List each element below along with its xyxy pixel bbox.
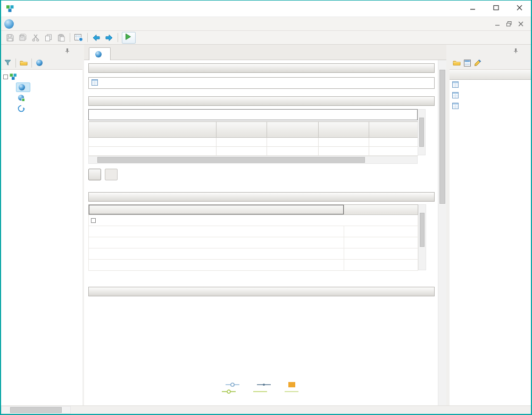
maximize-button[interactable]: [484, 1, 508, 16]
stat-value: [344, 237, 418, 248]
scroll-up-button[interactable]: [438, 60, 446, 69]
run-calculation-button[interactable]: [122, 32, 136, 44]
scroll-down-button[interactable]: [419, 262, 426, 270]
tree-root-transformations[interactable]: [1, 71, 82, 82]
column-header[interactable]: [369, 122, 418, 138]
table-row[interactable]: [89, 237, 418, 248]
menu-view[interactable]: [36, 18, 46, 30]
stat-name: [89, 226, 344, 237]
tab-model[interactable]: [89, 47, 111, 60]
save-all-button[interactable]: [16, 32, 29, 44]
panel-close-icon[interactable]: [520, 46, 528, 55]
cut-button[interactable]: [29, 32, 42, 44]
menu-object[interactable]: [46, 18, 55, 30]
menu-window[interactable]: [84, 18, 94, 30]
column-header[interactable]: [217, 122, 267, 138]
section-charts-header[interactable]: [88, 287, 435, 296]
scroll-track[interactable]: [419, 212, 426, 262]
title-bar[interactable]: [1, 1, 531, 17]
filter-button[interactable]: [3, 57, 13, 69]
table-row[interactable]: [89, 248, 418, 260]
scroll-right-button[interactable]: [409, 156, 417, 163]
paste-button[interactable]: [55, 32, 68, 44]
column-header[interactable]: [319, 122, 369, 138]
table-row[interactable]: [89, 215, 418, 226]
section-statistics-header[interactable]: [88, 192, 435, 202]
reset-coefficients-button[interactable]: [105, 169, 118, 180]
pin-icon[interactable]: [63, 46, 71, 55]
maximize-icon: [493, 5, 499, 12]
section-equation-header[interactable]: [88, 96, 435, 106]
scenario-edit-button[interactable]: [472, 57, 483, 69]
tree-item-metamodel[interactable]: [1, 93, 82, 103]
panel-close-icon[interactable]: [71, 46, 80, 55]
scenarios-column-header[interactable]: [450, 70, 531, 80]
scroll-thumb[interactable]: [419, 118, 424, 147]
mdi-minimize-button[interactable]: [492, 19, 503, 29]
section-statistics: [88, 192, 435, 271]
column-header[interactable]: [344, 205, 418, 215]
scenario-item-base[interactable]: [450, 80, 531, 90]
table-row[interactable]: [89, 138, 418, 147]
scroll-track[interactable]: [10, 406, 62, 413]
menu-help[interactable]: [94, 18, 103, 30]
table-row[interactable]: [89, 226, 418, 237]
scroll-down-button[interactable]: [438, 397, 446, 405]
light-green-line-swatch: [285, 389, 298, 394]
table-row[interactable]: [89, 260, 418, 271]
back-button[interactable]: [90, 32, 103, 44]
scroll-thumb[interactable]: [439, 70, 445, 204]
column-header[interactable]: [89, 122, 217, 138]
coefficients-vscrollbar[interactable]: [418, 109, 426, 155]
objects-hscrollbar[interactable]: [1, 406, 71, 414]
equation-editor-button[interactable]: [72, 32, 85, 44]
table-row[interactable]: [89, 147, 418, 156]
menu-container[interactable]: [17, 18, 27, 30]
scroll-up-button[interactable]: [419, 205, 426, 212]
scroll-thumb[interactable]: [420, 213, 425, 247]
scenario-folder-button[interactable]: [451, 57, 462, 69]
menu-model[interactable]: [55, 18, 65, 30]
column-header[interactable]: [89, 205, 344, 215]
copy-button[interactable]: [42, 32, 55, 44]
mdi-restore-button[interactable]: [503, 19, 515, 29]
column-header[interactable]: [267, 122, 319, 138]
close-button[interactable]: [508, 1, 531, 16]
forward-button[interactable]: [103, 32, 115, 44]
app-menu-icon[interactable]: [4, 19, 14, 29]
folder-button[interactable]: [18, 57, 29, 69]
section-results-header[interactable]: [88, 63, 435, 73]
statistics-vscrollbar[interactable]: [418, 204, 426, 270]
scroll-track[interactable]: [418, 117, 425, 147]
scroll-left-button[interactable]: [89, 156, 97, 163]
menu-service[interactable]: [74, 18, 84, 30]
scenario-item-conservative[interactable]: [450, 90, 531, 101]
coefficients-hscrollbar[interactable]: [88, 156, 418, 164]
minimize-button[interactable]: [461, 1, 484, 16]
scroll-track[interactable]: [97, 156, 409, 163]
content-vscrollbar[interactable]: [438, 60, 446, 405]
save-button[interactable]: [4, 32, 16, 44]
mdi-close-button[interactable]: [515, 19, 527, 29]
scroll-left-button[interactable]: [2, 406, 10, 413]
scroll-right-button[interactable]: [62, 406, 70, 413]
scenario-item-optimistic[interactable]: [450, 101, 531, 112]
model-type-button[interactable]: [34, 57, 45, 69]
save-coefficients-button[interactable]: [88, 169, 101, 180]
scroll-thumb[interactable]: [97, 157, 365, 163]
scenario-list-button[interactable]: [462, 57, 472, 69]
scenario-delete-button[interactable]: [483, 57, 486, 69]
scroll-down-button[interactable]: [418, 147, 425, 155]
menu-edit[interactable]: [27, 18, 36, 30]
group-collapse-icon[interactable]: [91, 218, 96, 223]
tree-collapse-icon[interactable]: [3, 74, 8, 79]
tree-item-modeling-task[interactable]: [1, 103, 82, 114]
scroll-track[interactable]: [438, 69, 446, 397]
tree-item-model[interactable]: [1, 82, 82, 93]
scenario-combobox[interactable]: [88, 77, 435, 89]
scroll-thumb[interactable]: [10, 407, 62, 413]
pin-icon[interactable]: [511, 46, 520, 55]
app-logo-icon: [6, 4, 14, 13]
menu-analysis[interactable]: [65, 18, 74, 30]
scroll-up-button[interactable]: [418, 110, 425, 117]
